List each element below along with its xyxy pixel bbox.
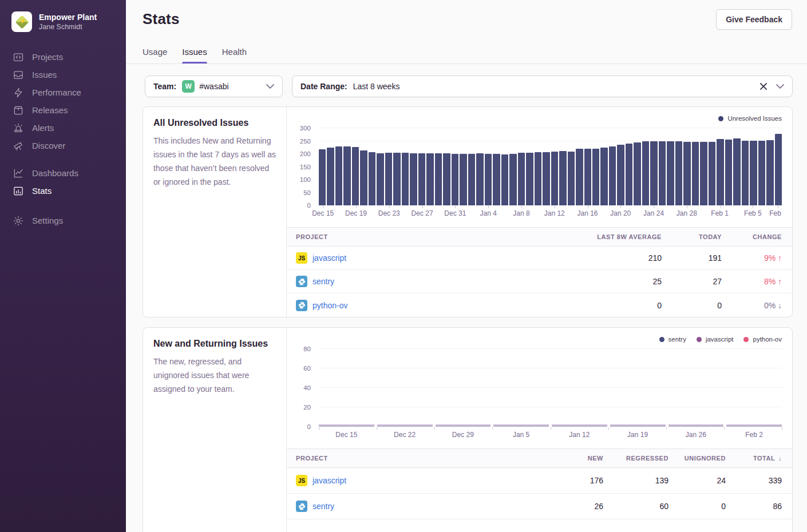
project-link[interactable]: javascript: [312, 253, 346, 263]
table-row[interactable]: python-ov000% ↓: [287, 293, 792, 317]
legend-dot: [718, 116, 723, 121]
x-axis-tick: [778, 206, 778, 208]
unresolved-bar: [667, 141, 674, 205]
y-axis-label: 0: [307, 202, 311, 209]
chevron-down-icon[interactable]: [776, 84, 784, 89]
sidebar-item-dashboards[interactable]: Dashboards: [0, 164, 126, 182]
table-row[interactable]: JSjavascript17613924339: [287, 468, 792, 494]
sidebar-item-discover[interactable]: Discover: [0, 137, 126, 154]
org-name: Empower Plant: [39, 12, 97, 22]
total-value: 86: [726, 502, 782, 511]
x-axis-label: Dec 15: [312, 209, 334, 217]
sentry-segment: [377, 426, 433, 427]
unresolved-bar: [576, 149, 583, 205]
unresolved-bar: [460, 154, 466, 205]
tab-health[interactable]: Health: [222, 47, 247, 63]
column-header: REGRESSED: [603, 455, 668, 462]
x-axis-label: Feb 5: [744, 209, 762, 217]
unresolved-bar: [509, 154, 516, 205]
week-bar-group: [668, 424, 724, 427]
panel-description: The new, regressed, and unignored issues…: [153, 355, 276, 396]
table-row[interactable]: sentry2660086: [287, 494, 792, 519]
column-header: UNIGNORED: [668, 455, 726, 462]
releases-icon: [13, 105, 24, 116]
date-range-filter[interactable]: Date Range: Last 8 weeks: [292, 76, 793, 97]
avg-value: 210: [541, 253, 662, 263]
y-axis-label: 50: [303, 189, 311, 196]
python-logo-icon: [296, 276, 307, 287]
x-axis-label: Dec 27: [412, 209, 433, 217]
tab-issues[interactable]: Issues: [182, 47, 207, 63]
sidebar-item-stats[interactable]: Stats: [0, 182, 126, 200]
unresolved-bar: [617, 145, 624, 205]
unresolved-bar: [352, 147, 359, 205]
nav-group: Settings: [0, 212, 126, 229]
unresolved-issues-panel: All Unresolved Issues This includes New …: [143, 106, 793, 317]
y-axis-label: 250: [300, 138, 311, 145]
unresolved-bar: [725, 140, 732, 205]
project-link[interactable]: javascript: [312, 476, 346, 485]
legend-item-sentry: sentry: [659, 336, 686, 343]
project-link[interactable]: python-ov: [312, 301, 347, 310]
gridline: [319, 348, 782, 349]
x-axis-label: Jan 12: [544, 209, 565, 217]
project-cell[interactable]: python-ov: [296, 300, 541, 311]
y-axis-label: 40: [303, 384, 311, 391]
total-value: 339: [726, 476, 782, 485]
sidebar-item-issues[interactable]: Issues: [0, 66, 126, 84]
sidebar-item-performance[interactable]: Performance: [0, 84, 126, 101]
sidebar-item-projects[interactable]: Projects: [0, 48, 126, 66]
unresolved-bar: [402, 153, 409, 205]
sidebar-item-releases[interactable]: Releases: [0, 101, 126, 119]
clear-icon[interactable]: [760, 83, 767, 90]
today-value: 0: [662, 301, 722, 310]
table-row[interactable]: JSjavascript2101919% ↑: [287, 247, 792, 270]
project-link[interactable]: sentry: [312, 277, 334, 286]
column-header: CHANGE: [722, 233, 782, 240]
daily-bars-plot: [319, 128, 782, 205]
x-axis-label: Feb 2: [726, 431, 782, 442]
sidebar-item-label: Projects: [32, 52, 63, 62]
today-value: 191: [662, 253, 722, 263]
avg-value: 25: [541, 277, 662, 286]
x-axis-tick: [356, 206, 357, 208]
x-axis-label: Jan 24: [643, 209, 664, 217]
page-header: Stats Give Feedback Usage Issues Health: [126, 0, 807, 64]
tab-usage[interactable]: Usage: [143, 47, 167, 63]
project-cell[interactable]: JSjavascript: [296, 252, 541, 264]
column-header[interactable]: TOTAL ↓: [726, 455, 782, 462]
x-axis-tick: [389, 206, 390, 208]
table-header-row: PROJECTNEWREGRESSEDUNIGNOREDTOTAL ↓: [287, 449, 792, 468]
main-area: Stats Give Feedback Usage Issues Health …: [126, 0, 807, 532]
y-axis-label: 60: [303, 365, 311, 372]
table-row[interactable]: sentry25278% ↑: [287, 270, 792, 293]
give-feedback-button[interactable]: Give Feedback: [716, 9, 792, 30]
team-filter-value: #wasabi: [199, 82, 228, 91]
new-value: 26: [536, 502, 603, 511]
sidebar-item-alerts[interactable]: Alerts: [0, 119, 126, 137]
column-header: PROJECT: [296, 455, 536, 462]
sidebar-item-label: Dashboards: [32, 168, 78, 178]
project-cell[interactable]: sentry: [296, 501, 536, 512]
x-axis-label: Jan 19: [610, 431, 666, 442]
panel-title: New and Returning Issues: [153, 339, 276, 349]
filter-bar: Team: W #wasabi Date Range: Last 8 weeks: [145, 76, 793, 97]
unresolved-bar: [642, 141, 649, 205]
org-switcher[interactable]: ⚡ Empower Plant Jane Schmidt: [0, 0, 126, 45]
gridline: [319, 407, 782, 407]
sidebar-item-settings[interactable]: Settings: [0, 212, 126, 229]
team-filter[interactable]: Team: W #wasabi: [145, 76, 283, 97]
regressed-value: 60: [603, 502, 668, 511]
legend-label: Unresolved Issues: [727, 115, 782, 122]
gridline: [319, 368, 782, 368]
project-cell[interactable]: JSjavascript: [296, 475, 536, 486]
project-cell[interactable]: sentry: [296, 276, 541, 287]
unresolved-bar: [733, 138, 740, 205]
settings-icon: [13, 215, 24, 227]
unresolved-bar: [758, 141, 765, 205]
change-value: 0% ↓: [722, 301, 782, 310]
project-link[interactable]: sentry: [312, 502, 334, 511]
x-axis-tick: [377, 427, 377, 430]
x-axis-tick: [654, 206, 654, 208]
x-axis-label: Jan 20: [610, 209, 631, 217]
